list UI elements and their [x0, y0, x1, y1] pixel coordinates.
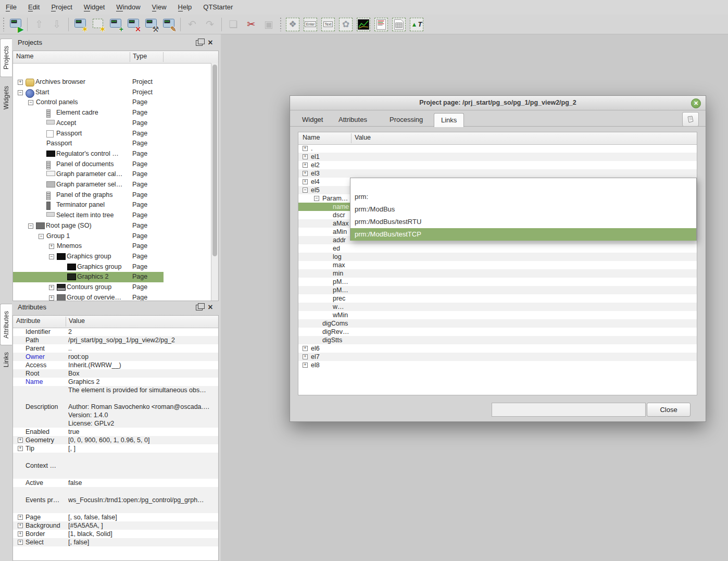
link-row[interactable]: +. — [298, 144, 697, 153]
attribute-expander[interactable]: + — [18, 540, 23, 545]
projects-float-button[interactable] — [195, 39, 203, 47]
dialog-attributes-toggle-button[interactable] — [682, 112, 699, 127]
link-row[interactable]: digStts — [298, 336, 697, 344]
tree-row[interactable]: PassportPage — [13, 139, 211, 149]
column-divider[interactable] — [351, 133, 352, 143]
column-header-type[interactable]: Type — [133, 53, 147, 60]
link-expander[interactable]: + — [303, 179, 308, 184]
attribute-row[interactable]: +Tip[, ] — [13, 444, 218, 453]
link-expander[interactable]: + — [303, 363, 308, 368]
dialog-titlebar[interactable]: Project page: /prj_start/pg_so/pg_1/pg_v… — [290, 96, 706, 110]
widget-media-button[interactable]: ✿ — [337, 16, 354, 33]
dropdown-item[interactable]: prm:/ModBus/testRTU — [350, 216, 696, 228]
dock-tab-links[interactable]: Links — [0, 347, 12, 372]
dock-tab-widgets[interactable]: Widgets — [0, 79, 12, 117]
widget-document-button[interactable] — [391, 16, 407, 33]
attribute-expander[interactable]: + — [18, 523, 23, 528]
tree-expander[interactable]: + — [49, 244, 54, 249]
link-row[interactable]: +el7 — [298, 353, 697, 361]
column-header-name[interactable]: Name — [303, 134, 320, 141]
column-header-value[interactable]: Value — [69, 317, 85, 325]
run-project-button[interactable]: ▶ — [7, 16, 24, 33]
tree-row[interactable]: Panel of the graphsPage — [13, 190, 211, 201]
attribute-row[interactable]: Context … — [13, 453, 218, 479]
menu-qtstarter[interactable]: QTStarter — [197, 0, 239, 15]
attribute-row[interactable]: +Background[#5A5A5A, ] — [13, 521, 218, 530]
attributes-close-button[interactable]: × — [206, 303, 215, 311]
dropdown-item[interactable]: prm: — [350, 191, 696, 203]
menu-project[interactable]: Project — [45, 0, 78, 15]
attribute-row[interactable]: NameGraphics 2 — [13, 378, 218, 386]
link-expander[interactable]: + — [303, 163, 308, 168]
attributes-float-button[interactable] — [195, 303, 203, 311]
column-header-attribute[interactable]: Attribute — [16, 317, 41, 325]
tree-expander[interactable]: − — [28, 100, 33, 105]
column-divider[interactable] — [130, 52, 130, 62]
link-expander[interactable]: − — [314, 196, 319, 201]
tree-row[interactable]: −Control panelsPage — [13, 97, 211, 108]
toolbar-handle[interactable] — [279, 18, 282, 31]
page-properties-button[interactable]: ⚒ — [143, 16, 159, 33]
tree-expander[interactable]: − — [28, 223, 33, 229]
widget-text-button[interactable]: Text — [320, 16, 336, 33]
attribute-expander[interactable]: + — [18, 438, 23, 443]
link-row[interactable]: +el1 — [298, 153, 697, 161]
link-row[interactable]: log — [298, 253, 697, 261]
undo-button[interactable]: ↶ — [184, 16, 200, 33]
column-divider[interactable] — [66, 317, 66, 327]
widget-diagram-button[interactable] — [355, 16, 372, 33]
redo-button[interactable]: ↷ — [202, 16, 218, 33]
attribute-row[interactable]: Enabledtrue — [13, 428, 218, 436]
link-row[interactable]: +el8 — [298, 361, 697, 369]
tree-expander[interactable]: + — [49, 285, 54, 290]
projects-scrollbar[interactable] — [211, 63, 218, 301]
dock-tab-attributes[interactable]: Attributes — [0, 304, 12, 345]
attribute-expander[interactable]: + — [18, 531, 23, 537]
tree-row[interactable]: +MnemosPage — [13, 241, 211, 252]
widget-elfigure-button[interactable]: ❖ — [284, 16, 301, 33]
cut-button[interactable]: ✂ — [243, 16, 259, 33]
attribute-row[interactable]: DescriptionThe element is provided for s… — [13, 386, 218, 428]
attribute-row[interactable]: Path/prj_start/pg_so/pg_1/pg_view2/pg_2 — [13, 336, 218, 344]
tree-row[interactable]: +Group of overvie…Page — [13, 293, 211, 301]
link-expander[interactable]: + — [303, 154, 308, 159]
tree-row[interactable]: +Archives browserProject — [13, 77, 211, 88]
delete-page-button[interactable]: ✕ — [125, 16, 142, 33]
widget-value-button[interactable]: ▲T — [408, 16, 425, 33]
attribute-expander[interactable]: + — [18, 446, 23, 451]
attribute-row[interactable]: Parent.. — [13, 344, 218, 353]
tree-row[interactable]: AcceptPage — [13, 118, 211, 129]
attribute-row[interactable]: Ownerroot:op — [13, 353, 218, 361]
attribute-row[interactable]: +Page[, so, false, false] — [13, 513, 218, 521]
tab-attributes[interactable]: Attributes — [332, 113, 374, 126]
tree-expander[interactable]: − — [39, 234, 44, 239]
link-row[interactable]: min — [298, 269, 697, 278]
tree-row[interactable]: Select item into treePage — [13, 210, 211, 221]
link-row[interactable]: +el6 — [298, 344, 697, 353]
save-button[interactable]: ⇩ — [48, 16, 65, 33]
attribute-row[interactable]: +Geometry[0, 0, 900, 600, 1, 0.96, 5, 0] — [13, 436, 218, 444]
link-row[interactable]: pM… — [298, 286, 697, 294]
dock-tab-projects[interactable]: Projects — [0, 39, 12, 77]
attribute-row[interactable]: Identifier2 — [13, 328, 218, 336]
tab-widget[interactable]: Widget — [295, 113, 330, 126]
tab-processing[interactable]: Processing — [383, 113, 430, 126]
link-expander[interactable]: + — [303, 346, 308, 351]
dropdown-item[interactable]: prm:/ModBus — [350, 203, 696, 216]
add-page-button[interactable]: + — [107, 16, 124, 33]
attribute-row[interactable]: Events pr…ws_FocusIn:/trnd1:open:/pg_con… — [13, 487, 218, 513]
paste-button[interactable]: ▣ — [260, 16, 277, 33]
widget-formel-button[interactable]: Enter — [302, 16, 319, 33]
tree-row[interactable]: Graphics 2Page — [13, 272, 211, 282]
tree-row[interactable]: −StartProject — [13, 88, 211, 98]
projects-close-button[interactable]: × — [206, 39, 215, 47]
new-widget-library-button[interactable]: ✶ — [90, 16, 106, 33]
projects-scrollbar-thumb[interactable] — [212, 65, 217, 256]
column-header-name[interactable]: Name — [16, 53, 33, 60]
dropdown-item[interactable] — [350, 178, 696, 191]
attribute-expander[interactable]: + — [18, 515, 23, 520]
dropdown-item[interactable]: prm:/ModBus/testTCP — [350, 228, 696, 241]
link-expander[interactable]: + — [303, 146, 308, 151]
copy-button[interactable]: ❏ — [225, 16, 242, 33]
tree-expander[interactable]: − — [18, 90, 23, 95]
